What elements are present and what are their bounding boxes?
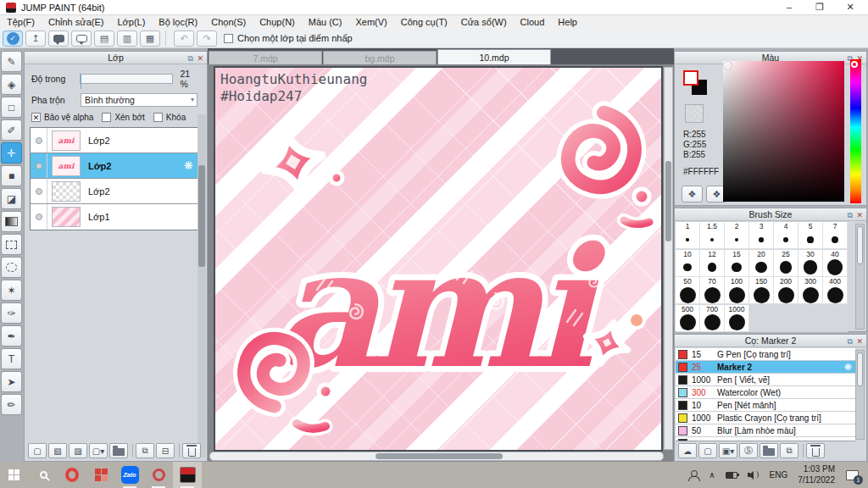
new-1bit-layer-button[interactable]: ▨ [69, 443, 87, 458]
save-brush-menu-button[interactable]: ▣▾ [719, 443, 737, 458]
brush-size-150[interactable]: 150 [749, 277, 774, 304]
menu-item-chns[interactable]: Chọn(S) [204, 15, 253, 29]
foreground-color-swatch[interactable] [683, 70, 698, 86]
notification-icon[interactable]: 1 [845, 469, 860, 481]
battery-icon[interactable] [726, 472, 737, 479]
menu-item-blcr[interactable]: Bộ lọc(R) [152, 15, 204, 29]
close-icon[interactable]: ✕ [856, 209, 863, 222]
delete-brush-button[interactable] [806, 443, 825, 458]
merge-layer-button[interactable]: ⊟ [156, 443, 175, 458]
brush-size-400[interactable]: 400 [823, 277, 848, 304]
brush-size-20[interactable]: 20 [749, 250, 774, 277]
menu-item-lpl[interactable]: Lớp(L) [110, 15, 152, 29]
layer-list-scrollbar[interactable] [198, 114, 206, 458]
chevron-up-icon[interactable]: ∧ [709, 470, 715, 480]
brush-settings-gear-icon[interactable]: ❋ [844, 362, 852, 373]
tool-select-pen[interactable]: ✑ [1, 302, 22, 324]
tool-select-eraser[interactable]: ✒ [1, 325, 22, 347]
cloud-brush-button[interactable]: ☁ [678, 443, 697, 458]
minimize-button[interactable]: – [775, 0, 804, 15]
taskbar-opera-gx[interactable] [144, 462, 173, 488]
tab-bg-mdp[interactable]: bg.mdp [323, 51, 437, 64]
brush-size-25[interactable]: 25 [774, 250, 798, 277]
brush-row[interactable]: 10Pen [Nét mảnh] [676, 399, 855, 412]
brush-folder-button[interactable] [760, 443, 778, 458]
transparent-color-swatch[interactable] [685, 104, 704, 123]
palette-grid-button[interactable]: ▦ [140, 30, 160, 47]
brush-row[interactable]: 300Watercolor (Wet) [676, 386, 855, 399]
pick-layer-checkbox[interactable] [224, 34, 233, 43]
tool-div-tool[interactable]: ✏ [1, 394, 22, 415]
tool-shape[interactable]: □ [1, 97, 22, 118]
scrollbar-thumb[interactable] [376, 453, 503, 459]
opacity-slider[interactable] [80, 74, 173, 84]
layer-row[interactable]: amiLớp2 [31, 128, 198, 153]
layer-row[interactable]: Lớp1 [31, 204, 198, 230]
brush-size-12[interactable]: 12 [700, 250, 725, 277]
brush-size-1.5[interactable]: 1.5 [700, 222, 725, 249]
brush-size-10[interactable]: 10 [676, 250, 700, 277]
delete-layer-button[interactable] [182, 443, 201, 458]
menu-item-xemv[interactable]: Xem(V) [348, 15, 393, 29]
tool-operation[interactable]: ➤ [1, 371, 22, 392]
maximize-button[interactable]: ❐ [805, 0, 834, 15]
tab-10-mdp[interactable]: 10.mdp [437, 49, 551, 64]
brush-row[interactable]: 15G Pen [Cọ trang trí] [676, 348, 855, 361]
layer-visibility-toggle[interactable] [31, 128, 47, 152]
document-button[interactable]: ▤ [94, 30, 114, 47]
tool-eraser[interactable]: ◈ [1, 74, 22, 95]
menu-item-chnhsae[interactable]: Chỉnh sửa(E) [42, 15, 110, 29]
brush-size-300[interactable]: 300 [798, 277, 823, 304]
layer-settings-gear-icon[interactable]: ❋ [184, 159, 193, 172]
new-8bit-layer-button[interactable]: ▧ [48, 443, 67, 458]
new-folder-button[interactable] [109, 443, 128, 458]
brush-row[interactable]: 1000Pen [ Viết, vẽ] [676, 374, 855, 386]
taskbar-zalo[interactable]: Zalo [115, 462, 144, 488]
brush-size-30[interactable]: 30 [798, 250, 823, 277]
saturation-value-picker[interactable] [723, 61, 844, 202]
brush-size-100[interactable]: 100 [725, 277, 749, 304]
brush-row[interactable] [676, 437, 855, 441]
script-brush-button[interactable]: Ⓢ [739, 443, 758, 458]
taskbar-start[interactable] [0, 462, 29, 488]
taskbar-tiles[interactable] [86, 462, 115, 488]
tool-select-rect[interactable] [1, 234, 22, 255]
layer-option-checkbox[interactable]: ✕ [31, 113, 41, 122]
brush-row[interactable]: 50Blur [Làm nhòe màu] [676, 424, 855, 437]
scrollbar-thumb[interactable] [198, 165, 205, 267]
brush-size-1[interactable]: 1 [676, 222, 700, 249]
brush-list-scrollbar[interactable] [855, 350, 865, 440]
taskbar-jump-paint[interactable] [173, 462, 202, 488]
new-layer-button[interactable]: ▢ [28, 443, 47, 458]
duplicate-brush-button[interactable]: ⧉ [780, 443, 798, 458]
tool-bucket[interactable]: ◪ [1, 188, 22, 209]
brush-size-70[interactable]: 70 [700, 277, 725, 304]
layer-option-checkbox[interactable] [102, 113, 111, 122]
close-icon[interactable]: ✕ [856, 336, 863, 348]
tab-7-mdp[interactable]: 7.mdp [209, 51, 322, 64]
duplicate-layer-button[interactable]: ⧉ [136, 443, 154, 458]
layer-visibility-toggle[interactable] [31, 153, 47, 178]
brush-size-1000[interactable]: 1000 [725, 305, 749, 332]
layer-visibility-toggle[interactable] [31, 179, 47, 203]
medibang-cloud-button[interactable]: ✓ [3, 30, 23, 47]
people-icon[interactable] [688, 470, 698, 480]
tool-gradient[interactable] [1, 211, 22, 232]
comment-button[interactable] [48, 30, 69, 47]
undo-button[interactable]: ↶ [174, 30, 194, 47]
speaker-icon[interactable] [748, 470, 760, 480]
brush-size-3[interactable]: 3 [749, 222, 774, 249]
layer-option-checkbox[interactable] [153, 113, 163, 122]
tool-move[interactable]: ✛ [1, 142, 22, 164]
scrollbar-thumb[interactable] [857, 226, 863, 264]
share-button[interactable]: ↥ [25, 30, 46, 47]
menu-item-casw[interactable]: Cửa sổ(W) [454, 15, 514, 29]
menu-item-muc[interactable]: Màu (C) [302, 15, 349, 29]
menu-item-cloud[interactable]: Cloud [514, 15, 552, 29]
clock[interactable]: 1:03 PM 7/11/2022 [798, 464, 835, 485]
brush-size-200[interactable]: 200 [774, 277, 798, 304]
palette-button[interactable]: ❖ [682, 186, 703, 202]
redo-button[interactable]: ↷ [197, 30, 217, 47]
brush-size-5[interactable]: 5 [798, 222, 823, 249]
add-layer-menu-button[interactable]: ▢▾ [89, 443, 108, 458]
